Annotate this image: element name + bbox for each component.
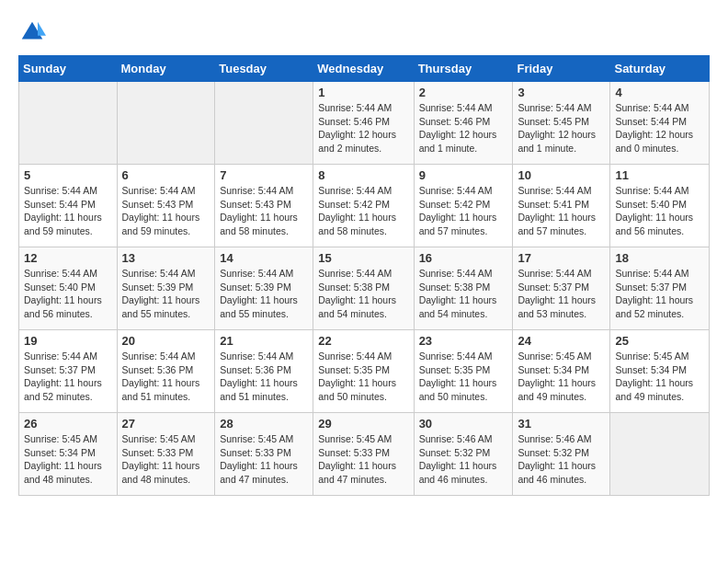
calendar-cell: 19Sunrise: 5:44 AMSunset: 5:37 PMDayligh… [19,330,118,413]
calendar-cell: 17Sunrise: 5:44 AMSunset: 5:37 PMDayligh… [513,247,610,330]
day-number: 26 [24,417,112,431]
calendar-week-row: 1Sunrise: 5:44 AMSunset: 5:46 PMDaylight… [19,82,710,165]
cell-content: Sunrise: 5:44 AMSunset: 5:39 PMDaylight:… [122,267,210,321]
day-number: 18 [615,251,704,265]
cell-content: Sunrise: 5:44 AMSunset: 5:42 PMDaylight:… [419,184,508,238]
calendar-body: 1Sunrise: 5:44 AMSunset: 5:46 PMDaylight… [19,82,710,496]
day-number: 25 [615,334,704,348]
calendar-cell: 16Sunrise: 5:44 AMSunset: 5:38 PMDayligh… [414,247,513,330]
cell-content: Sunrise: 5:44 AMSunset: 5:44 PMDaylight:… [24,184,112,238]
day-number: 28 [220,417,308,431]
day-number: 24 [518,334,605,348]
calendar-header: SundayMondayTuesdayWednesdayThursdayFrid… [19,56,710,82]
cell-content: Sunrise: 5:44 AMSunset: 5:43 PMDaylight:… [122,184,210,238]
cell-content: Sunrise: 5:44 AMSunset: 5:38 PMDaylight:… [419,267,508,321]
cell-content: Sunrise: 5:45 AMSunset: 5:33 PMDaylight:… [122,432,210,487]
day-number: 1 [318,86,408,99]
cell-content: Sunrise: 5:45 AMSunset: 5:34 PMDaylight:… [518,350,605,404]
logo [18,18,50,46]
day-number: 22 [318,334,408,348]
calendar-cell: 4Sunrise: 5:44 AMSunset: 5:44 PMDaylight… [610,82,710,165]
weekday-header-row: SundayMondayTuesdayWednesdayThursdayFrid… [19,56,710,82]
cell-content: Sunrise: 5:44 AMSunset: 5:44 PMDaylight:… [615,101,704,155]
calendar-cell: 1Sunrise: 5:44 AMSunset: 5:46 PMDaylight… [313,82,414,165]
day-number: 7 [220,168,308,182]
calendar-cell: 24Sunrise: 5:45 AMSunset: 5:34 PMDayligh… [513,330,610,413]
cell-content: Sunrise: 5:44 AMSunset: 5:37 PMDaylight:… [518,267,605,321]
day-number: 29 [318,417,408,431]
day-number: 11 [615,168,704,182]
cell-content: Sunrise: 5:44 AMSunset: 5:46 PMDaylight:… [419,101,508,155]
day-number: 13 [122,251,210,265]
weekday-header-saturday: Saturday [610,56,710,82]
day-number: 20 [122,334,210,348]
calendar-cell: 13Sunrise: 5:44 AMSunset: 5:39 PMDayligh… [117,247,215,330]
day-number: 10 [518,168,605,182]
day-number: 5 [24,168,112,182]
cell-content: Sunrise: 5:44 AMSunset: 5:46 PMDaylight:… [318,101,408,155]
calendar-week-row: 5Sunrise: 5:44 AMSunset: 5:44 PMDaylight… [19,165,710,247]
calendar-table: SundayMondayTuesdayWednesdayThursdayFrid… [18,55,710,496]
calendar-cell: 11Sunrise: 5:44 AMSunset: 5:40 PMDayligh… [610,165,710,247]
weekday-header-tuesday: Tuesday [215,56,313,82]
calendar-week-row: 12Sunrise: 5:44 AMSunset: 5:40 PMDayligh… [19,247,710,330]
day-number: 27 [122,417,210,431]
cell-content: Sunrise: 5:44 AMSunset: 5:40 PMDaylight:… [24,267,112,321]
day-number: 14 [220,251,308,265]
cell-content: Sunrise: 5:46 AMSunset: 5:32 PMDaylight:… [518,432,605,487]
calendar-cell: 28Sunrise: 5:45 AMSunset: 5:33 PMDayligh… [215,413,313,496]
cell-content: Sunrise: 5:44 AMSunset: 5:35 PMDaylight:… [318,350,408,404]
day-number: 6 [122,168,210,182]
calendar-cell: 31Sunrise: 5:46 AMSunset: 5:32 PMDayligh… [513,413,610,496]
calendar-cell: 8Sunrise: 5:44 AMSunset: 5:42 PMDaylight… [313,165,414,247]
weekday-header-sunday: Sunday [19,56,118,82]
calendar-cell: 18Sunrise: 5:44 AMSunset: 5:37 PMDayligh… [610,247,710,330]
day-number: 16 [419,251,508,265]
cell-content: Sunrise: 5:45 AMSunset: 5:33 PMDaylight:… [318,432,408,487]
cell-content: Sunrise: 5:44 AMSunset: 5:35 PMDaylight:… [419,350,508,404]
day-number: 31 [518,417,605,431]
day-number: 17 [518,251,605,265]
cell-content: Sunrise: 5:44 AMSunset: 5:39 PMDaylight:… [220,267,308,321]
calendar-cell: 21Sunrise: 5:44 AMSunset: 5:36 PMDayligh… [215,330,313,413]
calendar-cell: 22Sunrise: 5:44 AMSunset: 5:35 PMDayligh… [313,330,414,413]
weekday-header-wednesday: Wednesday [313,56,414,82]
weekday-header-friday: Friday [513,56,610,82]
calendar-cell: 20Sunrise: 5:44 AMSunset: 5:36 PMDayligh… [117,330,215,413]
calendar-cell: 2Sunrise: 5:44 AMSunset: 5:46 PMDaylight… [414,82,513,165]
day-number: 30 [419,417,508,431]
svg-marker-1 [38,22,46,36]
cell-content: Sunrise: 5:45 AMSunset: 5:34 PMDaylight:… [615,350,704,404]
calendar-cell [610,413,710,496]
cell-content: Sunrise: 5:45 AMSunset: 5:33 PMDaylight:… [220,432,308,487]
calendar-cell: 12Sunrise: 5:44 AMSunset: 5:40 PMDayligh… [19,247,118,330]
calendar-cell: 29Sunrise: 5:45 AMSunset: 5:33 PMDayligh… [313,413,414,496]
day-number: 21 [220,334,308,348]
calendar-cell: 10Sunrise: 5:44 AMSunset: 5:41 PMDayligh… [513,165,610,247]
day-number: 15 [318,251,408,265]
calendar-cell: 5Sunrise: 5:44 AMSunset: 5:44 PMDaylight… [19,165,118,247]
day-number: 4 [615,86,704,99]
page-header [18,18,710,46]
cell-content: Sunrise: 5:46 AMSunset: 5:32 PMDaylight:… [419,432,508,487]
weekday-header-monday: Monday [117,56,215,82]
day-number: 8 [318,168,408,182]
calendar-week-row: 19Sunrise: 5:44 AMSunset: 5:37 PMDayligh… [19,330,710,413]
cell-content: Sunrise: 5:44 AMSunset: 5:38 PMDaylight:… [318,267,408,321]
calendar-cell: 30Sunrise: 5:46 AMSunset: 5:32 PMDayligh… [414,413,513,496]
cell-content: Sunrise: 5:44 AMSunset: 5:40 PMDaylight:… [615,184,704,238]
calendar-cell: 3Sunrise: 5:44 AMSunset: 5:45 PMDaylight… [513,82,610,165]
calendar-cell: 6Sunrise: 5:44 AMSunset: 5:43 PMDaylight… [117,165,215,247]
calendar-cell: 25Sunrise: 5:45 AMSunset: 5:34 PMDayligh… [610,330,710,413]
day-number: 9 [419,168,508,182]
cell-content: Sunrise: 5:44 AMSunset: 5:36 PMDaylight:… [122,350,210,404]
calendar-cell [215,82,313,165]
calendar-cell: 27Sunrise: 5:45 AMSunset: 5:33 PMDayligh… [117,413,215,496]
day-number: 19 [24,334,112,348]
cell-content: Sunrise: 5:44 AMSunset: 5:37 PMDaylight:… [615,267,704,321]
calendar-week-row: 26Sunrise: 5:45 AMSunset: 5:34 PMDayligh… [19,413,710,496]
day-number: 12 [24,251,112,265]
cell-content: Sunrise: 5:44 AMSunset: 5:43 PMDaylight:… [220,184,308,238]
calendar-cell: 26Sunrise: 5:45 AMSunset: 5:34 PMDayligh… [19,413,118,496]
calendar-cell: 14Sunrise: 5:44 AMSunset: 5:39 PMDayligh… [215,247,313,330]
